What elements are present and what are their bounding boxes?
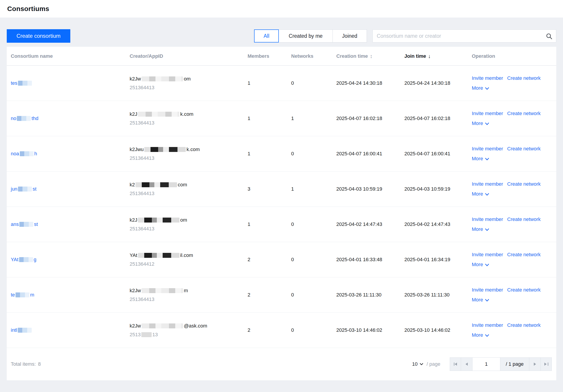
- chevron-down-icon[interactable]: [485, 299, 489, 302]
- operation-cell: Invite member Create network More: [468, 146, 556, 161]
- search-input[interactable]: [373, 30, 556, 42]
- creator-redaction: [138, 218, 179, 222]
- chevron-down-icon[interactable]: [485, 193, 489, 196]
- invite-member-link[interactable]: Invite member: [472, 252, 503, 257]
- chevron-down-icon[interactable]: [485, 263, 489, 267]
- last-page-button[interactable]: [540, 357, 552, 371]
- creation-time-cell: 2025-03-26 11:11:30: [332, 292, 400, 298]
- create-consortium-button[interactable]: Create consortium: [7, 29, 70, 43]
- members-cell: 2: [243, 327, 287, 333]
- current-page-input[interactable]: 1: [472, 357, 500, 371]
- operation-cell: Invite member Create network More: [468, 252, 556, 267]
- networks-cell: 0: [287, 222, 332, 227]
- join-time-cell: 2025-04-03 10:59:19: [400, 186, 468, 192]
- column-header-members: Members: [243, 53, 287, 59]
- previous-page-button[interactable]: [461, 357, 473, 371]
- consortium-name-link[interactable]: nothd: [11, 116, 38, 121]
- creator-redaction: [138, 112, 179, 117]
- members-cell: 2: [243, 257, 287, 262]
- invite-member-link[interactable]: Invite member: [472, 217, 503, 222]
- join-time-cell: 2025-03-26 11:11:30: [400, 292, 468, 298]
- table-row: nothd k2Jk.com 251364413 1 1 2025-04-07 …: [7, 101, 556, 136]
- creation-time-cell: 2025-04-01 16:33:48: [332, 257, 400, 262]
- invite-member-link[interactable]: Invite member: [472, 287, 503, 292]
- more-link[interactable]: More: [472, 192, 483, 196]
- chevron-down-icon[interactable]: [485, 334, 489, 337]
- creator-appid-cell: k2Jwuk.com 251364413: [126, 146, 243, 161]
- creator-email: YAtil.com: [130, 252, 241, 258]
- create-network-link[interactable]: Create network: [507, 217, 540, 222]
- creator-appid-cell: k2Jk.com 251364413: [126, 111, 243, 126]
- more-link[interactable]: More: [472, 227, 483, 232]
- creator-redaction: [141, 324, 183, 328]
- consortium-name-cell: noah: [7, 151, 126, 157]
- chevron-down-icon[interactable]: [485, 87, 489, 90]
- consortium-name-link[interactable]: junst: [11, 186, 36, 192]
- sort-desc-icon[interactable]: ↓: [428, 53, 431, 59]
- tab-joined[interactable]: Joined: [333, 29, 367, 42]
- invite-member-link[interactable]: Invite member: [472, 111, 503, 116]
- creator-email: k2Jwom: [130, 76, 241, 82]
- title-bar: Consortiums: [0, 0, 563, 17]
- page-count-label: / 1 page: [500, 357, 529, 371]
- creator-redaction: [141, 77, 183, 81]
- column-header-consortium-name: Consortium name: [7, 53, 126, 59]
- chevron-down-icon[interactable]: [485, 228, 489, 231]
- more-link[interactable]: More: [472, 297, 483, 302]
- members-cell: 1: [243, 116, 287, 121]
- column-header-networks: Networks: [287, 53, 332, 59]
- column-header-operation: Operation: [468, 53, 556, 59]
- create-network-link[interactable]: Create network: [507, 76, 540, 81]
- create-network-link[interactable]: Create network: [507, 111, 540, 116]
- table-row: YAtg YAtil.com 251364412 2 0 2025-04-01 …: [7, 242, 556, 277]
- consortium-name-link[interactable]: noah: [11, 151, 37, 157]
- tab-all[interactable]: All: [254, 29, 279, 42]
- last-page-icon-bar: [548, 362, 549, 366]
- members-cell: 3: [243, 186, 287, 192]
- tab-created-by-me[interactable]: Created by me: [279, 29, 333, 42]
- more-link[interactable]: More: [472, 86, 483, 91]
- previous-page-icon: [464, 362, 469, 366]
- invite-member-link[interactable]: Invite member: [472, 76, 503, 81]
- search-icon[interactable]: [546, 33, 552, 39]
- consortium-name-cell: nothd: [7, 116, 126, 121]
- pagination: 10 / page 1 / 1 page: [412, 357, 552, 371]
- more-link[interactable]: More: [472, 156, 483, 161]
- consortium-name-link[interactable]: ansst: [11, 222, 38, 227]
- sort-both-icon[interactable]: ↕: [370, 53, 373, 59]
- consortium-name-link[interactable]: tes: [11, 80, 33, 86]
- creator-appid-cell: k2Jom 251364413: [126, 217, 243, 232]
- create-network-link[interactable]: Create network: [507, 146, 540, 151]
- consortium-name-cell: YAtg: [7, 257, 126, 262]
- toolbar-right: All Created by me Joined: [254, 29, 556, 42]
- table-row: tem k2Jwm 251364413 2 0 2025-03-26 11:11…: [7, 277, 556, 313]
- members-cell: 1: [243, 222, 287, 227]
- networks-cell: 0: [287, 327, 332, 333]
- create-network-link[interactable]: Create network: [507, 182, 540, 187]
- invite-member-link[interactable]: Invite member: [472, 323, 503, 328]
- consortium-name-link[interactable]: YAtg: [11, 257, 36, 262]
- create-network-link[interactable]: Create network: [507, 287, 540, 292]
- column-header-creation-time[interactable]: Creation time ↕: [332, 53, 400, 59]
- column-header-join-time[interactable]: Join time ↓: [400, 53, 468, 59]
- first-page-button[interactable]: [450, 357, 461, 371]
- table-row: tes k2Jwom 251364413 1 0 2025-04-24 14:3…: [7, 66, 556, 101]
- creation-time-cell: 2025-04-07 16:00:41: [332, 151, 400, 157]
- chevron-down-icon[interactable]: [485, 122, 489, 125]
- consortium-name-link[interactable]: intl: [11, 327, 32, 333]
- more-link[interactable]: More: [472, 333, 483, 338]
- more-link[interactable]: More: [472, 121, 483, 126]
- appid: 251364413: [130, 297, 241, 302]
- more-link[interactable]: More: [472, 262, 483, 267]
- operation-cell: Invite member Create network More: [468, 287, 556, 302]
- next-page-button[interactable]: [529, 357, 541, 371]
- appid: 251364413: [130, 120, 241, 126]
- create-network-link[interactable]: Create network: [507, 323, 540, 328]
- chevron-down-icon[interactable]: [485, 157, 489, 161]
- consortium-name-link[interactable]: tem: [11, 292, 34, 298]
- creator-email: k2Jwm: [130, 288, 241, 294]
- invite-member-link[interactable]: Invite member: [472, 146, 503, 151]
- create-network-link[interactable]: Create network: [507, 252, 540, 257]
- invite-member-link[interactable]: Invite member: [472, 182, 503, 187]
- page-size-select[interactable]: 10: [412, 361, 423, 367]
